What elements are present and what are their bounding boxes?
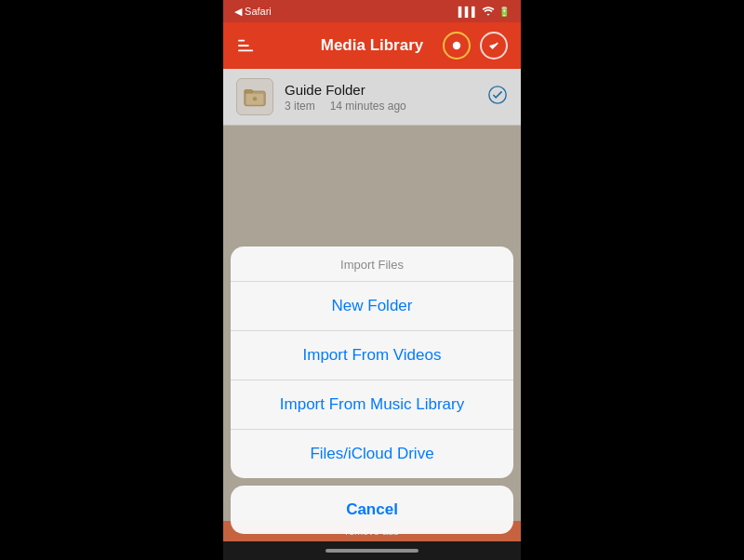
status-bar: ◀ Safari ▌▌▌ 🔋 [223,0,521,22]
svg-rect-2 [238,50,253,52]
home-indicator [223,541,521,560]
wifi-icon [482,6,495,18]
nav-right-buttons [443,32,508,60]
import-from-videos-button[interactable]: Import From Videos [231,331,513,380]
cancel-button[interactable]: Cancel [231,486,513,534]
nav-bar: Media Library [223,22,521,69]
safari-back-button[interactable]: ◀ Safari [234,6,272,18]
svg-rect-1 [238,45,249,47]
phone-frame: ◀ Safari ▌▌▌ 🔋 Media Library [223,0,521,560]
record-button[interactable] [443,32,471,60]
home-bar [326,549,418,553]
battery-icon: 🔋 [498,7,510,17]
files-icloud-drive-button[interactable]: Files/iCloud Drive [231,430,513,478]
action-sheet-header: Import Files [231,247,513,281]
nav-title: Media Library [321,22,424,69]
signal-icon: ▌▌▌ [458,7,478,17]
action-sheet-overlay: Import Files New Folder Import From Vide… [223,69,521,541]
status-bar-left: ◀ Safari [234,6,272,18]
svg-rect-0 [238,40,245,42]
sort-button[interactable] [236,37,257,54]
svg-point-3 [453,42,460,49]
action-group-main: Import Files New Folder Import From Vide… [231,247,513,478]
action-sheet: Import Files New Folder Import From Vide… [223,247,521,541]
check-button[interactable] [480,32,508,60]
action-group-cancel: Cancel [231,486,513,534]
new-folder-button[interactable]: New Folder [231,282,513,330]
status-bar-right: ▌▌▌ 🔋 [458,6,510,18]
content-area: Guide Folder 3 item 14 minutes ago remov… [223,69,521,541]
import-from-music-library-button[interactable]: Import From Music Library [231,380,513,429]
